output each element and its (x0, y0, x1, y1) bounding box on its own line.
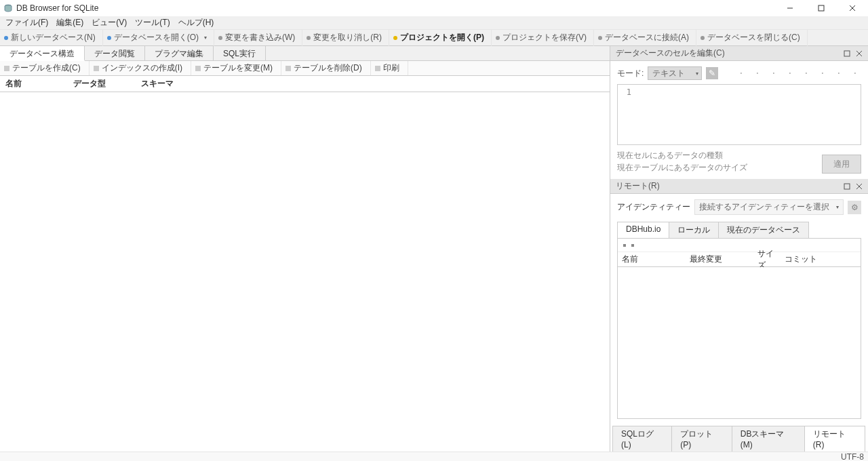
create-table-button[interactable]: テーブルを作成(C) (0, 61, 90, 75)
cell-data-size-label: 現在テーブルにあるデータのサイズ (617, 161, 822, 174)
ce-tool-icon-5[interactable]: ⋅ (800, 67, 812, 79)
svg-rect-1 (818, 5, 824, 11)
ce-tool-icon-7[interactable]: ⋅ (833, 67, 845, 79)
tab-browse-data[interactable]: データ閲覧 (85, 46, 145, 60)
minimize-button[interactable] (774, 0, 806, 16)
panel-title-cell-editor: データベースのセルを編集(C) (616, 47, 841, 59)
button-label: 印刷 (383, 62, 399, 74)
line-number: 1 (620, 87, 631, 142)
svg-rect-2 (844, 51, 850, 56)
remote-action-icon-2[interactable] (631, 244, 634, 247)
bottom-tab-plot[interactable]: プロット(P) (671, 426, 732, 452)
chevron-down-icon: ▾ (696, 71, 698, 77)
column-header-type[interactable]: データ型 (68, 75, 136, 92)
mode-select[interactable]: テキスト▾ (648, 66, 702, 80)
open-database-button[interactable]: データベースを開く(O)▾ (103, 30, 214, 46)
column-header-name[interactable]: 名前 (0, 75, 68, 92)
status-encoding: UTF-8 (841, 452, 864, 462)
remote-action-icon-1[interactable] (623, 244, 626, 247)
database-icon (107, 36, 111, 40)
button-label: テーブルを作成(C) (12, 62, 81, 74)
button-label: テーブルを削除(D) (294, 62, 362, 74)
cell-editor-textarea[interactable]: 1 (617, 84, 861, 145)
remote-tab-dbhub[interactable]: DBHub.io (617, 222, 669, 238)
dock-icon[interactable] (841, 47, 853, 60)
ce-tool-icon-1[interactable]: ⋅ (735, 67, 747, 79)
menu-file[interactable]: ファイル(F) (1, 16, 52, 30)
remote-header-name[interactable]: 名前 (618, 252, 686, 267)
close-panel-icon[interactable] (853, 47, 865, 60)
delete-table-button[interactable]: テーブルを削除(D) (281, 61, 371, 75)
create-index-button[interactable]: インデックスの作成(I) (90, 61, 191, 75)
button-label: テーブルを変更(M) (203, 62, 273, 74)
table-icon (4, 66, 9, 71)
remote-tab-local[interactable]: ローカル (669, 222, 719, 238)
button-label: データベースを閉じる(C) (707, 32, 800, 43)
menu-tools[interactable]: ツール(T) (131, 16, 174, 30)
new-database-button[interactable]: 新しいデータベース(N) (0, 30, 103, 46)
tab-database-structure[interactable]: データベース構造 (0, 46, 85, 61)
save-project-button[interactable]: プロジェクトを保存(V) (492, 30, 594, 46)
modify-table-button[interactable]: テーブルを変更(M) (191, 61, 281, 75)
menu-view[interactable]: ビュー(V) (87, 16, 131, 30)
remote-tab-current[interactable]: 現在のデータベース (718, 222, 809, 238)
identity-label: アイデンティティー (617, 201, 690, 213)
apply-button[interactable]: 適用 (822, 155, 861, 174)
close-database-button[interactable]: データベースを閉じる(C) (696, 30, 808, 46)
cell-data-type-label: 現在セルにあるデータの種類 (617, 149, 822, 161)
print-button[interactable]: 印刷 (371, 61, 408, 75)
index-icon (94, 66, 99, 71)
structure-tree-body (0, 92, 610, 452)
revert-icon (307, 36, 311, 40)
write-icon (218, 36, 222, 40)
close-button[interactable] (837, 0, 868, 16)
tab-edit-pragmas[interactable]: プラグマ編集 (145, 46, 214, 60)
column-header-schema[interactable]: スキーマ (136, 75, 610, 92)
button-label: 新しいデータベース(N) (11, 32, 96, 43)
bottom-tab-sqllog[interactable]: SQLログ(L) (612, 426, 672, 452)
mode-value: テキスト (652, 68, 685, 79)
chevron-down-icon: ▾ (836, 204, 839, 210)
attach-database-button[interactable]: データベースに接続(A) (594, 30, 696, 46)
button-label: プロジェクトを保存(V) (502, 32, 587, 43)
remote-header-commit[interactable]: コミット (781, 252, 861, 267)
button-label: プロジェクトを開く(P) (400, 32, 484, 43)
menu-help[interactable]: ヘルプ(H) (174, 16, 218, 30)
write-changes-button[interactable]: 変更を書き込み(W) (214, 30, 302, 46)
button-label: データベースに接続(A) (605, 32, 689, 43)
ce-tool-icon-4[interactable]: ⋅ (784, 67, 796, 79)
bottom-tab-schema[interactable]: DBスキーマ(M) (732, 426, 805, 452)
edit-icon[interactable]: ✎ (706, 67, 718, 79)
panel-title-remote: リモート(R) (616, 180, 841, 192)
attach-icon (598, 36, 602, 40)
close-db-icon (701, 36, 705, 40)
menu-edit[interactable]: 編集(E) (52, 16, 87, 30)
delete-icon (285, 66, 291, 71)
close-panel-icon[interactable] (853, 180, 865, 193)
identity-settings-button[interactable]: ⚙ (848, 201, 861, 214)
maximize-button[interactable] (806, 0, 837, 16)
bottom-tab-remote[interactable]: リモート(R) (804, 426, 865, 452)
open-project-button[interactable]: プロジェクトを開く(P) (389, 30, 492, 46)
identity-select[interactable]: 接続するアイデンティティーを選択▾ (694, 199, 844, 215)
project-icon (393, 36, 397, 40)
database-icon (4, 36, 8, 40)
svg-rect-3 (844, 184, 850, 189)
dock-icon[interactable] (841, 180, 853, 193)
button-label: データベースを開く(O) (114, 32, 199, 43)
ce-tool-icon-2[interactable]: ⋅ (751, 67, 764, 79)
remote-list-body (618, 267, 861, 418)
app-icon (3, 3, 14, 14)
remote-header-modified[interactable]: 最終変更 (686, 252, 753, 267)
modify-icon (195, 66, 201, 71)
button-label: 変更を書き込み(W) (225, 32, 295, 43)
ce-tool-icon-8[interactable]: ⋅ (849, 67, 861, 79)
revert-changes-button[interactable]: 変更を取り消し(R) (302, 30, 389, 46)
mode-label: モード: (617, 68, 644, 79)
window-title: DB Browser for SQLite (16, 3, 98, 13)
ce-tool-icon-6[interactable]: ⋅ (816, 67, 829, 79)
ce-tool-icon-3[interactable]: ⋅ (768, 67, 780, 79)
print-icon (375, 66, 380, 71)
button-label: 変更を取り消し(R) (313, 32, 382, 43)
tab-execute-sql[interactable]: SQL実行 (214, 46, 266, 60)
